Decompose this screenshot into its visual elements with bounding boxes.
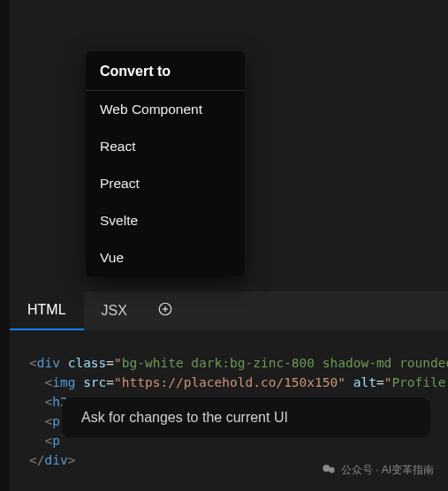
- add-tab-button[interactable]: [145, 291, 186, 330]
- context-menu: Convert to Web Component React Preact Sv…: [86, 51, 245, 276]
- watermark-text: 公众号 · AI变革指南: [341, 463, 434, 478]
- ask-placeholder: Ask for changes to the current UI: [81, 410, 288, 426]
- menu-item-preact[interactable]: Preact: [86, 165, 245, 202]
- code-attr: src: [83, 375, 106, 389]
- code-str: bg-white dark:bg-zinc-800 shadow-md roun…: [122, 356, 448, 370]
- menu-item-svelte[interactable]: Svelte: [86, 202, 245, 239]
- menu-item-react[interactable]: React: [86, 128, 245, 165]
- code-tag: img: [52, 375, 75, 389]
- code-str: Profile P: [391, 375, 448, 389]
- tab-label: HTML: [27, 302, 66, 318]
- code-tag: p: [52, 414, 60, 428]
- wechat-icon: [322, 462, 336, 479]
- menu-title: Convert to: [86, 51, 245, 91]
- menu-item-web-component[interactable]: Web Component: [86, 91, 245, 128]
- plus-icon: [157, 301, 173, 321]
- tab-jsx[interactable]: JSX: [84, 291, 145, 330]
- tab-label: JSX: [102, 303, 127, 319]
- svg-point-4: [329, 467, 335, 473]
- watermark: 公众号 · AI变革指南: [322, 462, 434, 479]
- tab-html[interactable]: HTML: [10, 291, 84, 330]
- code-tag: div: [44, 453, 67, 467]
- tab-bar: HTML JSX: [10, 291, 448, 330]
- code-tag: p: [52, 434, 60, 448]
- menu-item-vue[interactable]: Vue: [86, 239, 245, 276]
- code-attr: class: [68, 356, 107, 370]
- code-str: https://placehold.co/150x150: [122, 375, 338, 389]
- code-tag: div: [37, 356, 60, 370]
- left-gutter: [0, 0, 10, 491]
- ask-input[interactable]: Ask for changes to the current UI: [62, 397, 430, 438]
- code-attr: alt: [353, 375, 376, 389]
